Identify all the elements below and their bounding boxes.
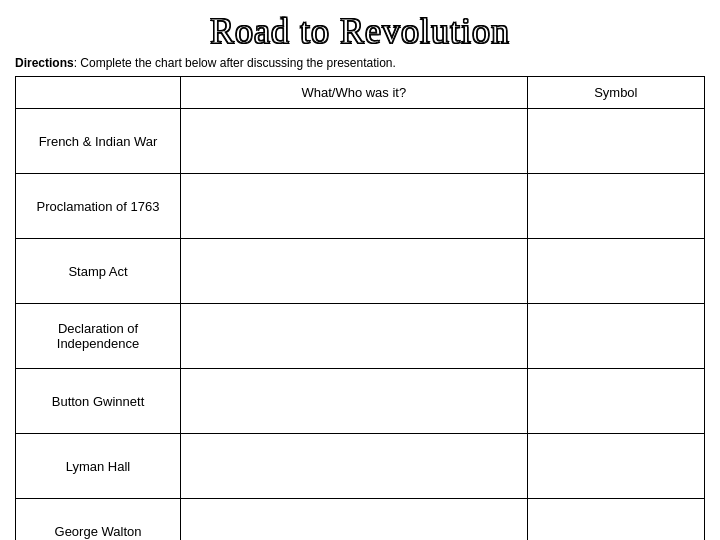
row-label-0: French & Indian War	[16, 109, 181, 174]
row-content-5[interactable]	[181, 434, 528, 499]
row-content-6[interactable]	[181, 499, 528, 541]
row-symbol-2[interactable]	[527, 239, 704, 304]
directions-label: Directions	[15, 56, 74, 70]
row-content-3[interactable]	[181, 304, 528, 369]
row-label-2: Stamp Act	[16, 239, 181, 304]
table-row: Stamp Act	[16, 239, 705, 304]
table-row: French & Indian War	[16, 109, 705, 174]
table-row: Declaration of Independence	[16, 304, 705, 369]
page-title: Road to Revolution	[15, 10, 705, 52]
row-content-4[interactable]	[181, 369, 528, 434]
row-label-1: Proclamation of 1763	[16, 174, 181, 239]
table-row: Lyman Hall	[16, 434, 705, 499]
row-symbol-1[interactable]	[527, 174, 704, 239]
row-symbol-5[interactable]	[527, 434, 704, 499]
table-header-row: What/Who was it? Symbol	[16, 77, 705, 109]
row-symbol-4[interactable]	[527, 369, 704, 434]
row-symbol-3[interactable]	[527, 304, 704, 369]
header-col1	[16, 77, 181, 109]
row-symbol-0[interactable]	[527, 109, 704, 174]
table-row: George Walton	[16, 499, 705, 541]
row-content-1[interactable]	[181, 174, 528, 239]
header-col3: Symbol	[527, 77, 704, 109]
row-label-6: George Walton	[16, 499, 181, 541]
table-row: Button Gwinnett	[16, 369, 705, 434]
row-label-5: Lyman Hall	[16, 434, 181, 499]
main-table: What/Who was it? Symbol French & Indian …	[15, 76, 705, 540]
row-content-2[interactable]	[181, 239, 528, 304]
row-label-3: Declaration of Independence	[16, 304, 181, 369]
header-col2: What/Who was it?	[181, 77, 528, 109]
table-row: Proclamation of 1763	[16, 174, 705, 239]
row-symbol-6[interactable]	[527, 499, 704, 541]
row-label-4: Button Gwinnett	[16, 369, 181, 434]
directions-text: Directions: Complete the chart below aft…	[15, 56, 705, 70]
row-content-0[interactable]	[181, 109, 528, 174]
